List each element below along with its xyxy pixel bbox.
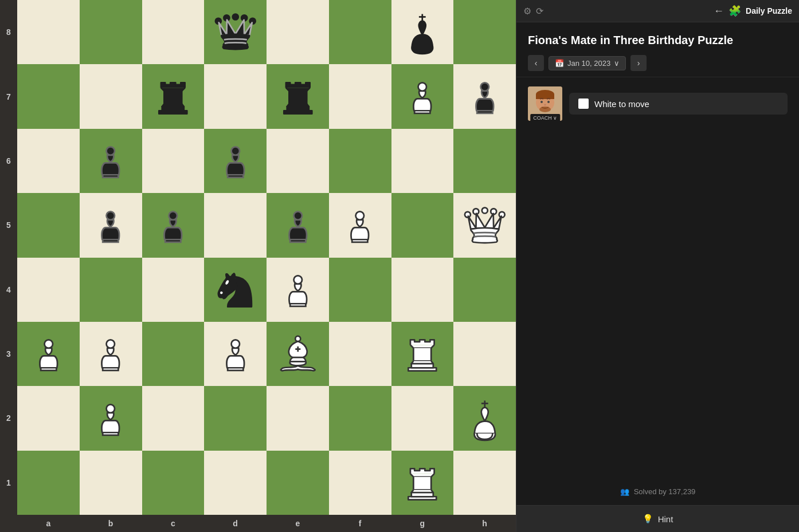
square-b3[interactable] xyxy=(80,322,142,386)
piece-white-pawn-d3[interactable] xyxy=(204,330,267,377)
square-h2[interactable] xyxy=(453,386,516,450)
square-e4[interactable] xyxy=(267,258,329,322)
square-g1[interactable] xyxy=(391,451,454,515)
square-f2[interactable] xyxy=(329,386,391,450)
square-c5[interactable] xyxy=(142,193,205,257)
rotate-icon[interactable]: ⟳ xyxy=(536,6,543,17)
square-h6[interactable] xyxy=(453,129,516,193)
piece-white-pawn-b3[interactable] xyxy=(80,330,142,377)
square-f1[interactable] xyxy=(329,451,391,515)
piece-black-pawn-b5[interactable] xyxy=(80,202,142,249)
square-g5[interactable] xyxy=(391,193,454,257)
square-d2[interactable] xyxy=(204,386,267,450)
date-selector[interactable]: 📅 Jan 10, 2023 ∨ xyxy=(549,56,626,70)
square-c1[interactable] xyxy=(142,451,205,515)
date-prev-button[interactable]: ‹ xyxy=(528,55,544,71)
piece-black-pawn-d6[interactable] xyxy=(204,137,267,184)
square-f4[interactable] xyxy=(329,258,391,322)
piece-black-pawn-c5[interactable] xyxy=(142,202,205,249)
square-e3[interactable] xyxy=(267,322,329,386)
square-e5[interactable] xyxy=(267,193,329,257)
piece-white-rook-g1[interactable] xyxy=(391,459,454,506)
piece-white-king-h2[interactable] xyxy=(453,395,516,442)
square-f6[interactable] xyxy=(329,129,391,193)
square-b5[interactable] xyxy=(80,193,142,257)
piece-black-king-g8[interactable] xyxy=(391,9,454,56)
square-g4[interactable] xyxy=(391,258,454,322)
square-c6[interactable] xyxy=(142,129,205,193)
square-h4[interactable] xyxy=(453,258,516,322)
square-b2[interactable] xyxy=(80,386,142,450)
square-f7[interactable] xyxy=(329,64,391,128)
piece-black-knight-d4[interactable] xyxy=(204,266,267,313)
piece-black-pawn-b6[interactable] xyxy=(80,137,142,184)
square-e2[interactable] xyxy=(267,386,329,450)
square-d6[interactable] xyxy=(204,129,267,193)
square-b8[interactable] xyxy=(80,0,142,64)
piece-black-rook-e7[interactable] xyxy=(267,73,329,120)
puzzle-title-section: Fiona's Mate in Three Birthday Puzzle ‹ … xyxy=(516,22,799,77)
square-h8[interactable] xyxy=(453,0,516,64)
square-h1[interactable] xyxy=(453,451,516,515)
square-a7[interactable] xyxy=(17,64,80,128)
square-d3[interactable] xyxy=(204,322,267,386)
piece-white-pawn-e4[interactable] xyxy=(267,266,329,313)
piece-black-pawn-h7[interactable] xyxy=(453,73,516,120)
square-a5[interactable] xyxy=(17,193,80,257)
square-f5[interactable] xyxy=(329,193,391,257)
square-f3[interactable] xyxy=(329,322,391,386)
square-c4[interactable] xyxy=(142,258,205,322)
date-next-button[interactable]: › xyxy=(630,55,647,71)
square-c3[interactable] xyxy=(142,322,205,386)
square-g8[interactable] xyxy=(391,0,454,64)
piece-black-queen-d8[interactable] xyxy=(204,9,267,56)
square-a4[interactable] xyxy=(17,258,80,322)
square-g6[interactable] xyxy=(391,129,454,193)
square-e8[interactable] xyxy=(267,0,329,64)
piece-black-rook-c7[interactable] xyxy=(142,73,205,120)
hint-button[interactable]: 💡 Hint xyxy=(516,505,799,532)
square-a3[interactable] xyxy=(17,322,80,386)
piece-white-rook-g3[interactable] xyxy=(391,330,454,377)
square-a2[interactable] xyxy=(17,386,80,450)
rank-labels: 8 7 6 5 4 3 2 1 xyxy=(0,0,17,515)
square-c7[interactable] xyxy=(142,64,205,128)
square-e1[interactable] xyxy=(267,451,329,515)
square-g2[interactable] xyxy=(391,386,454,450)
piece-white-queen-h5[interactable] xyxy=(453,202,516,249)
settings-icon[interactable]: ⚙ xyxy=(523,6,531,17)
square-e6[interactable] xyxy=(267,129,329,193)
coach-label-button[interactable]: COACH ∨ xyxy=(530,114,560,122)
square-c2[interactable] xyxy=(142,386,205,450)
square-d5[interactable] xyxy=(204,193,267,257)
square-d1[interactable] xyxy=(204,451,267,515)
hint-bulb-icon: 💡 xyxy=(643,514,653,524)
square-a8[interactable] xyxy=(17,0,80,64)
piece-white-bishop-e3[interactable] xyxy=(267,330,329,377)
square-h7[interactable] xyxy=(453,64,516,128)
square-b6[interactable] xyxy=(80,129,142,193)
back-button[interactable]: ← xyxy=(714,5,724,17)
square-c8[interactable] xyxy=(142,0,205,64)
square-a6[interactable] xyxy=(17,129,80,193)
square-a1[interactable] xyxy=(17,451,80,515)
square-e7[interactable] xyxy=(267,64,329,128)
square-d7[interactable] xyxy=(204,64,267,128)
square-h3[interactable] xyxy=(453,322,516,386)
square-f8[interactable] xyxy=(329,0,391,64)
square-d4[interactable] xyxy=(204,258,267,322)
square-g7[interactable] xyxy=(391,64,454,128)
chess-board[interactable] xyxy=(17,0,516,515)
square-g3[interactable] xyxy=(391,322,454,386)
square-b1[interactable] xyxy=(80,451,142,515)
square-b7[interactable] xyxy=(80,64,142,128)
puzzle-title: Fiona's Mate in Three Birthday Puzzle xyxy=(528,34,788,47)
piece-white-pawn-g7[interactable] xyxy=(391,73,454,120)
piece-white-pawn-a3[interactable] xyxy=(17,330,80,377)
piece-black-pawn-e5[interactable] xyxy=(267,202,329,249)
square-b4[interactable] xyxy=(80,258,142,322)
square-h5[interactable] xyxy=(453,193,516,257)
square-d8[interactable] xyxy=(204,0,267,64)
piece-white-pawn-f5[interactable] xyxy=(329,202,391,249)
piece-white-pawn-b2[interactable] xyxy=(80,395,142,442)
